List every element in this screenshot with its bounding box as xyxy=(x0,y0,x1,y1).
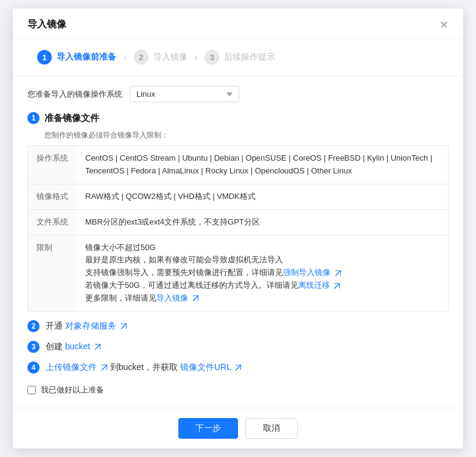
section-1-title-row: 1 准备镜像文件 xyxy=(27,112,449,124)
step-row-2-num: 2 xyxy=(27,320,40,332)
step-row-3-text: 创建 bucket xyxy=(46,341,101,352)
info-table: 操作系统 CentOS | CentOS Stream | Ubuntu | D… xyxy=(27,145,449,311)
dialog-header: 导入镜像 ✕ xyxy=(13,9,463,39)
step-2-circle: 2 xyxy=(134,50,149,65)
step-arrow-2: › xyxy=(195,52,198,62)
next-button[interactable]: 下一步 xyxy=(178,418,238,439)
dialog-title: 导入镜像 xyxy=(27,18,66,31)
step-row-3: 3 创建 bucket xyxy=(27,341,449,353)
table-row-os: 操作系统 CentOS | CentOS Stream | Ubuntu | D… xyxy=(28,146,449,184)
step-3-label: 后续操作提示 xyxy=(224,52,275,63)
dialog-footer: 下一步 取消 xyxy=(13,408,463,448)
close-button[interactable]: ✕ xyxy=(439,19,449,30)
step-row-4-text: 上传镜像文件 到bucket，并获取 镜像文件URL xyxy=(46,362,242,373)
table-row-format: 镜像格式 RAW格式 | QCOW2格式 | VHD格式 | VMDK格式 xyxy=(28,184,449,210)
image-url-link[interactable]: 镜像文件URL xyxy=(180,362,231,372)
force-import-link[interactable]: 强制导入镜像 xyxy=(283,268,341,277)
table-row-limit: 限制 镜像大小不超过50G 最好是原生内核，如果有修改可能会导致虚拟机无法导入 … xyxy=(28,235,449,311)
table-content-os: CentOS | CentOS Stream | Ubuntu | Debian… xyxy=(77,146,449,184)
import-image-dialog: 导入镜像 ✕ 1 导入镜像前准备 › 2 导入镜像 › 3 后续操作提示 您准备… xyxy=(13,9,463,448)
os-select[interactable]: Linux Windows xyxy=(130,86,239,102)
table-content-limit: 镜像大小不超过50G 最好是原生内核，如果有修改可能会导致虚拟机无法导入 支持镜… xyxy=(77,235,449,311)
step-1-circle: 1 xyxy=(37,50,52,65)
table-content-format: RAW格式 | QCOW2格式 | VHD格式 | VMDK格式 xyxy=(77,184,449,210)
table-row-fs: 文件系统 MBR分区的ext3或ext4文件系统，不支持GPT分区 xyxy=(28,209,449,235)
step-3: 3 后续操作提示 xyxy=(205,50,275,65)
step-1-label: 导入镜像前准备 xyxy=(57,52,116,63)
table-label-format: 镜像格式 xyxy=(28,184,77,210)
table-label-limit: 限制 xyxy=(28,235,77,311)
step-1: 1 导入镜像前准备 xyxy=(37,50,116,65)
step-2: 2 导入镜像 xyxy=(134,50,187,65)
step-row-3-num: 3 xyxy=(27,341,40,353)
upload-image-link[interactable]: 上传镜像文件 xyxy=(46,362,97,372)
ready-checkbox[interactable] xyxy=(27,386,36,394)
section-1-num: 1 xyxy=(27,112,40,124)
bucket-link[interactable]: bucket xyxy=(65,341,90,351)
import-image-link[interactable]: 导入镜像 xyxy=(156,293,199,302)
step-row-2: 2 开通 对象存储服务 xyxy=(27,320,449,332)
checkbox-row: 我已做好以上准备 xyxy=(27,385,449,396)
os-select-row: 您准备导入的镜像操作系统 Linux Windows xyxy=(27,86,449,102)
checkbox-label: 我已做好以上准备 xyxy=(41,385,104,396)
object-storage-link[interactable]: 对象存储服务 xyxy=(65,321,116,330)
table-label-fs: 文件系统 xyxy=(28,209,77,235)
step-3-circle: 3 xyxy=(205,50,219,65)
offline-migrate-link[interactable]: 离线迁移 xyxy=(298,281,341,290)
step-arrow-1: › xyxy=(124,52,127,62)
step-row-2-text: 开通 对象存储服务 xyxy=(46,321,127,332)
os-select-label: 您准备导入的镜像操作系统 xyxy=(27,89,122,100)
dialog-body: 您准备导入的镜像操作系统 Linux Windows 1 准备镜像文件 您制作的… xyxy=(13,76,463,407)
step-2-label: 导入镜像 xyxy=(153,52,187,63)
step-row-4: 4 上传镜像文件 到bucket，并获取 镜像文件URL xyxy=(27,361,449,374)
cancel-button[interactable]: 取消 xyxy=(245,418,298,439)
table-label-os: 操作系统 xyxy=(28,146,77,184)
step-row-4-num: 4 xyxy=(27,361,40,374)
steps-bar: 1 导入镜像前准备 › 2 导入镜像 › 3 后续操作提示 xyxy=(13,39,463,76)
section-1-title: 准备镜像文件 xyxy=(44,113,99,124)
table-content-fs: MBR分区的ext3或ext4文件系统，不支持GPT分区 xyxy=(77,209,449,235)
section-1-sub: 您制作的镜像必须符合镜像导入限制： xyxy=(44,130,449,141)
